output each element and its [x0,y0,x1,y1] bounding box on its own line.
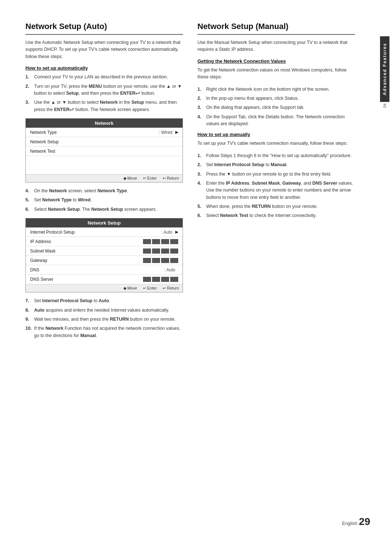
block [170,258,178,263]
network-box-body: Network Type : Wired ▶ Network Setup Net… [26,128,183,174]
setup-row-ip: IP Address [26,237,183,246]
network-box-header: Network [26,119,183,128]
block [143,249,151,254]
block [143,277,151,282]
network-setup-box: Network Setup Internet Protocol Setup : … [25,218,183,292]
list-item: 4. Enter the IP Address, Subnet Mask, Ga… [197,180,355,201]
setup-row-dns: DNS : Auto [26,265,183,275]
page-english-label: English [342,521,358,526]
block [161,239,169,244]
right-subsection1-steps: 1. Right click the Network icon on the b… [197,86,355,128]
list-item: 3. On the dialog that appears, click the… [197,104,355,111]
list-item: 3. Use the ▲ or ▼ button to select Netwo… [25,99,183,113]
block [170,239,178,244]
right-column: Network Setup (Manual) Use the Manual Ne… [197,22,355,520]
network-setup-box-footer: ◆ Move ↵ Enter ↩ Return [26,284,183,292]
left-steps-final: 7. Set Internet Protocol Setup to Auto. … [25,297,183,339]
setup-row-protocol: Internet Protocol Setup : Auto ▶ [26,227,183,237]
left-subsection-heading: How to set up automatically [25,65,183,71]
block [152,277,160,282]
block [152,258,160,263]
chapter-label: Advanced Features [382,43,387,95]
setup-row-subnet: Subnet Mask [26,246,183,256]
right-subsection1-intro: To get the Network connection values on … [197,67,355,81]
list-item: 7. Set Internet Protocol Setup to Auto. [25,297,183,304]
list-item: 10. If the Network Function has not acqu… [25,325,183,339]
network-row-test: Network Test [26,147,183,156]
network-box: Network Network Type : Wired ▶ Network S… [25,118,183,182]
chapter-number: 04 [383,103,387,108]
block [152,239,160,244]
right-subsection2-intro: To set up your TV's cable network connec… [197,140,355,147]
list-item: 2. In the pop-up menu that appears, clic… [197,95,355,102]
left-steps-after-box: 4. On the Network screen, select Network… [25,188,183,213]
right-subsection2-heading: How to set up manually [197,132,355,137]
network-row-setup: Network Setup [26,137,183,147]
chapter-sidebar: Advanced Features 04 [377,0,392,542]
block [170,277,178,282]
network-row-type: Network Type : Wired ▶ [26,128,183,137]
block [161,249,169,254]
left-steps-before-box: 1. Connect your TV to your LAN as descri… [25,74,183,113]
right-section-title: Network Setup (Manual) [197,22,355,35]
list-item: 3. Press the ▼ button on your remote to … [197,171,355,178]
list-item: 2. Turn on your TV, press the MENU butto… [25,83,183,97]
list-item: 8. Auto acquires and enters the needed I… [25,307,183,314]
left-column: Network Setup (Auto) Use the Automatic N… [25,22,183,520]
block [143,258,151,263]
list-item: 1. Right click the Network icon on the b… [197,86,355,93]
left-intro: Use the Automatic Network Setup when con… [25,39,183,60]
list-item: 6. Select Network Test to check the Inte… [197,212,355,219]
block [143,239,151,244]
right-subsection2-steps: 1. Follow Steps 1 through 6 in the "How … [197,152,355,219]
setup-row-gateway: Gateway [26,256,183,265]
page-number: 29 [359,516,370,527]
block [161,277,169,282]
list-item: 5. When done, press the RETURN button on… [197,203,355,210]
right-subsection1-heading: Getting the Network Connection Values [197,58,355,64]
chapter-bar: Advanced Features [380,36,389,102]
list-item: 5. Set Network Type to Wired. [25,197,183,204]
network-box-footer: ◆ Move ↵ Enter ↩ Return [26,174,183,182]
list-item: 1. Connect your TV to your LAN as descri… [25,74,183,81]
list-item: 4. On the Network screen, select Network… [25,188,183,194]
network-setup-box-body: Internet Protocol Setup : Auto ▶ IP Addr… [26,227,183,284]
list-item: 9. Wait two minutes, and then press the … [25,316,183,323]
list-item: 2. Set Internet Protocol Setup to Manual… [197,161,355,168]
left-section-title: Network Setup (Auto) [25,22,183,35]
list-item: 4. On the Support Tab, click the Details… [197,114,355,128]
list-item: 6. Select Network Setup. The Network Set… [25,206,183,213]
block [161,258,169,263]
setup-row-dns-server: DNS Server [26,275,183,284]
network-setup-box-header: Network Setup [26,218,183,227]
block [152,249,160,254]
block [170,249,178,254]
right-intro: Use the Manual Network Setup when connec… [197,39,355,53]
list-item: 1. Follow Steps 1 through 6 in the "How … [197,152,355,159]
page-footer: English 29 [342,516,370,527]
